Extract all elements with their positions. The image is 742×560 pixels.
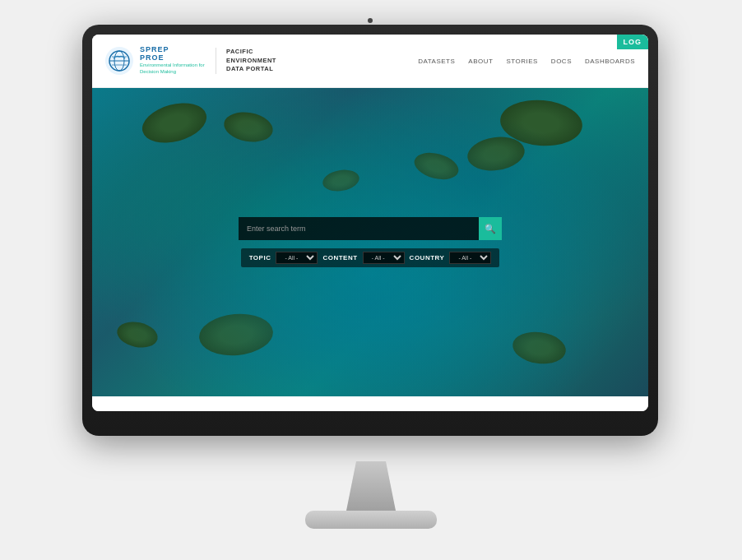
logo-name-2: PROE (140, 54, 206, 62)
scene: LOG (0, 0, 742, 560)
search-overlay: 🔍 Topic - All - Content - All - (92, 88, 648, 396)
main-nav: DATASETS ABOUT STORIES DOCS DASHBOARDS (418, 58, 635, 65)
nav-docs[interactable]: DOCS (551, 58, 572, 65)
header: LOG (92, 35, 648, 88)
nav-dashboards[interactable]: DASHBOARDS (585, 58, 635, 65)
monitor-stand-base (305, 511, 437, 529)
filter-content-select[interactable]: - All - (363, 252, 405, 264)
portal-title-text: PACIFIC ENVIRONMENT DATA PORTAL (226, 48, 276, 74)
search-box: 🔍 (239, 217, 502, 240)
camera-dot (368, 18, 373, 23)
filter-label-content: Content (322, 254, 357, 261)
screen: LOG (92, 35, 648, 411)
filter-label-country: Country (410, 254, 445, 261)
monitor-stand-neck (346, 461, 396, 511)
filter-topic-select[interactable]: - All - (276, 252, 318, 264)
nav-about[interactable]: ABOUT (468, 58, 493, 65)
log-button[interactable]: LOG (617, 35, 649, 49)
filter-row: Topic - All - Content - All - Country - … (241, 248, 500, 267)
bottom-strip (92, 396, 648, 411)
monitor-bezel: LOG (92, 35, 648, 411)
portal-title: PACIFIC ENVIRONMENT DATA PORTAL (216, 48, 276, 74)
search-button[interactable]: 🔍 (479, 217, 502, 240)
monitor-outer: LOG (82, 25, 658, 436)
logo-area: SPREP PROE Environmental Information for… (105, 46, 206, 75)
logo-tagline: Environmental Information for Decision M… (140, 62, 206, 76)
logo-text: SPREP PROE Environmental Information for… (140, 46, 206, 75)
filter-country-select[interactable]: - All - (449, 252, 491, 264)
nav-stories[interactable]: STORIES (506, 58, 537, 65)
hero-section: 🔍 Topic - All - Content - All - (92, 88, 648, 396)
search-icon: 🔍 (485, 224, 496, 234)
search-input[interactable] (239, 217, 479, 240)
filter-label-topic: Topic (249, 254, 271, 261)
sprep-logo (105, 47, 133, 75)
nav-datasets[interactable]: DATASETS (418, 58, 455, 65)
